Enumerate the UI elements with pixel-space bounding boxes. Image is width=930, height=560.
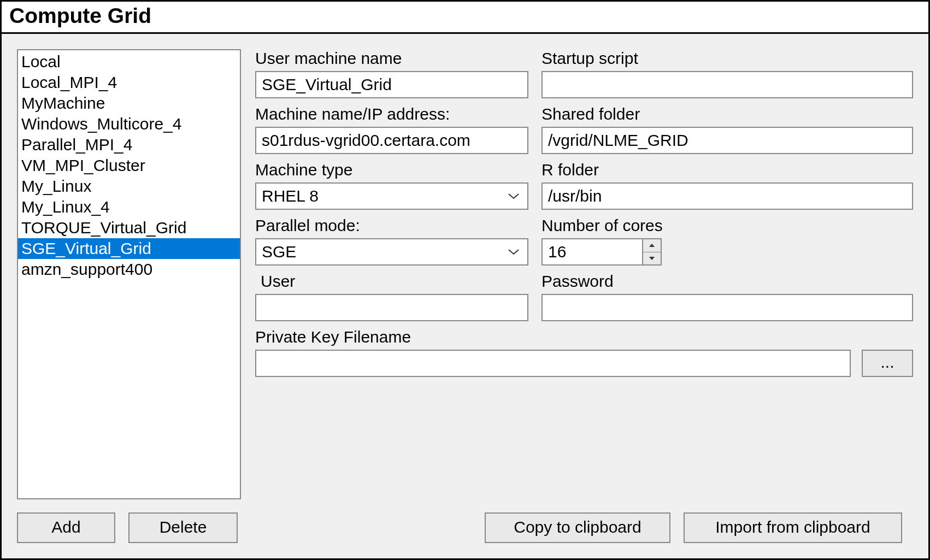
field-machine-ip: Machine name/IP address: s01rdus-vgrid00… (255, 105, 528, 154)
num-cores-value: 16 (543, 239, 642, 264)
list-item[interactable]: TORQUE_Virtual_Grid (18, 217, 240, 238)
spinner-arrows (642, 239, 661, 264)
list-item[interactable]: My_Linux (18, 176, 240, 197)
list-item[interactable]: Local_MPI_4 (18, 72, 240, 93)
input-user-machine-name[interactable]: SGE_Virtual_Grid (255, 71, 528, 98)
chevron-down-icon (508, 248, 520, 256)
select-parallel-mode[interactable]: SGE (255, 238, 528, 266)
copy-to-clipboard-button[interactable]: Copy to clipboard (485, 512, 670, 543)
select-parallel-mode-value: SGE (262, 243, 296, 261)
input-password[interactable] (541, 294, 913, 321)
input-shared-folder[interactable]: /vgrid/NLME_GRID (541, 127, 913, 154)
import-from-clipboard-button[interactable]: Import from clipboard (684, 512, 902, 543)
field-r-folder: R folder /usr/bin (541, 161, 913, 210)
field-parallel-mode: Parallel mode: SGE (255, 216, 528, 266)
svg-marker-0 (649, 244, 655, 247)
field-user-machine-name: User machine name SGE_Virtual_Grid (255, 49, 528, 98)
titlebar: Compute Grid (2, 2, 928, 34)
compute-grid-window: Compute Grid LocalLocal_MPI_4MyMachineWi… (0, 0, 930, 560)
add-button[interactable]: Add (17, 512, 115, 543)
field-password: Password (541, 272, 913, 321)
list-item[interactable]: Windows_Multicore_4 (18, 114, 240, 134)
list-item[interactable]: VM_MPI_Cluster (18, 155, 240, 176)
label-user: User (255, 272, 528, 291)
spinner-down[interactable] (643, 252, 661, 265)
select-machine-type[interactable]: RHEL 8 (255, 182, 528, 210)
label-startup-script: Startup script (541, 49, 913, 68)
list-item[interactable]: amzn_support400 (18, 259, 240, 280)
grid-listbox[interactable]: LocalLocal_MPI_4MyMachineWindows_Multico… (17, 49, 241, 499)
input-machine-ip[interactable]: s01rdus-vgrid00.certara.com (255, 127, 528, 154)
label-machine-type: Machine type (255, 161, 528, 179)
input-private-key[interactable] (255, 350, 851, 377)
field-startup-script: Startup script (541, 49, 913, 98)
field-private-key: Private Key Filename ... (255, 328, 913, 377)
spinner-up[interactable] (643, 239, 661, 252)
list-item[interactable]: Local (18, 51, 240, 72)
field-machine-type: Machine type RHEL 8 (255, 161, 528, 210)
triangle-up-icon (649, 243, 655, 247)
input-num-cores[interactable]: 16 (541, 238, 662, 266)
select-machine-type-value: RHEL 8 (262, 187, 319, 205)
input-startup-script[interactable] (541, 71, 913, 98)
chevron-down-icon (508, 192, 520, 200)
label-shared-folder: Shared folder (541, 105, 913, 123)
delete-button[interactable]: Delete (128, 512, 238, 543)
label-parallel-mode: Parallel mode: (255, 216, 528, 235)
list-item[interactable]: MyMachine (18, 93, 240, 114)
label-num-cores: Number of cores (541, 216, 913, 235)
list-item[interactable]: My_Linux_4 (18, 197, 240, 217)
window-title: Compute Grid (9, 4, 151, 28)
input-r-folder[interactable]: /usr/bin (541, 182, 913, 210)
label-private-key: Private Key Filename (255, 328, 913, 346)
triangle-down-icon (649, 256, 655, 261)
svg-marker-1 (649, 257, 655, 260)
label-user-machine-name: User machine name (255, 49, 528, 68)
list-item[interactable]: Parallel_MPI_4 (18, 134, 240, 155)
label-r-folder: R folder (541, 161, 913, 179)
list-item[interactable]: SGE_Virtual_Grid (18, 238, 240, 259)
label-password: Password (541, 272, 913, 291)
input-user[interactable] (255, 294, 528, 321)
field-user: User (255, 272, 528, 321)
browse-button[interactable]: ... (862, 350, 913, 377)
field-shared-folder: Shared folder /vgrid/NLME_GRID (541, 105, 913, 154)
button-row: Add Delete Copy to clipboard Import from… (17, 499, 913, 543)
field-num-cores: Number of cores 16 (541, 216, 913, 266)
window-body: LocalLocal_MPI_4MyMachineWindows_Multico… (2, 34, 928, 558)
label-machine-ip: Machine name/IP address: (255, 105, 528, 123)
grid-form: User machine name SGE_Virtual_Grid Start… (255, 49, 913, 499)
